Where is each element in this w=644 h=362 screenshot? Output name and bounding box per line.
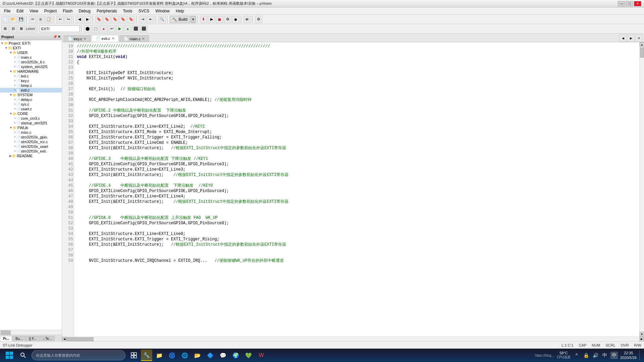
tb2-btn5[interactable]: ⬤ — [84, 25, 91, 33]
bookmark2-button[interactable]: 🔖 — [103, 16, 111, 23]
tree-led-c[interactable]: + 📄 led.c — [0, 74, 62, 78]
tree-rcc[interactable]: + 📄 stm32f10x_rcc.c — [0, 139, 62, 144]
menu-edit[interactable]: Edit — [14, 8, 26, 14]
tb2-btn6[interactable]: ⬚ — [92, 25, 99, 33]
menu-debug[interactable]: Debug — [76, 8, 93, 14]
menu-help[interactable]: Help — [173, 8, 187, 14]
tree-readme[interactable]: ▶ 📁 README — [0, 154, 62, 158]
tray-input-icon[interactable]: 中 — [611, 352, 618, 359]
hscroll-right-btn[interactable]: ▶ — [639, 337, 644, 342]
taskbar-app-edge[interactable]: 🔷 — [205, 350, 216, 361]
code-hscroll[interactable]: ◀ ▶ — [62, 337, 644, 341]
panel-tab-build[interactable]: Bu... — [12, 336, 25, 341]
panel-tab-functions[interactable]: {} F... — [26, 336, 40, 341]
tab-main-c-close[interactable]: ✕ — [142, 37, 145, 41]
bookmark5-button[interactable]: 🔖 — [127, 16, 135, 23]
pin-icon[interactable]: 📌 — [53, 35, 57, 39]
tb2-btn12[interactable]: ⬛ — [140, 25, 148, 33]
tree-key-c[interactable]: + 📄 key.c — [0, 78, 62, 83]
taskbar-app-uvision[interactable]: 🔧 — [141, 350, 152, 361]
tb2-btn2[interactable]: ⊟ — [9, 25, 17, 33]
tree-core-cm3[interactable]: + 📄 core_cm3.c — [0, 116, 62, 121]
bookmark-button[interactable]: 🔖 — [95, 16, 103, 23]
tray-speaker-icon[interactable]: 🔊 — [592, 352, 599, 359]
search-button[interactable]: 🔍 — [158, 16, 166, 23]
tb2-btn10[interactable]: ♠ — [124, 25, 131, 33]
paste-button[interactable]: 📋 — [45, 16, 52, 23]
panel-tab-templates[interactable]: ↓ Te... — [40, 336, 55, 341]
build-button[interactable]: 🔨 Build — [170, 16, 190, 23]
close-panel-icon[interactable]: ✕ — [58, 35, 60, 39]
tree-startup[interactable]: + 📄 startup_stm32f1 — [0, 121, 62, 125]
taskbar-search-button[interactable] — [17, 350, 29, 361]
taskbar-search-bar[interactable]: 在这里输入你要搜索的内容 — [32, 350, 125, 360]
nav-fwd-button[interactable]: ▶ — [84, 16, 91, 23]
menu-file[interactable]: File — [1, 8, 13, 14]
menu-tools[interactable]: Tools — [120, 8, 135, 14]
indent-button[interactable]: ⇥ — [139, 16, 146, 23]
view-button[interactable]: 👁 — [244, 16, 251, 23]
tray-network-icon[interactable]: 🔒 — [583, 352, 589, 359]
download-button[interactable]: ⬇ — [200, 16, 207, 23]
tray-battery-icon[interactable]: 中 — [601, 352, 608, 359]
debug-stop-button[interactable]: ⏹ — [216, 16, 223, 23]
taskbar-app-browser1[interactable]: 🌀 — [166, 350, 178, 361]
tb2-btn11[interactable]: ⬛ — [132, 25, 140, 33]
tb2-btn8[interactable]: ↩ — [108, 25, 115, 33]
tb2-btn7[interactable]: ● — [100, 25, 107, 33]
start-button[interactable] — [3, 349, 16, 361]
tab-key-c-close[interactable]: ✕ — [84, 37, 86, 41]
menu-project[interactable]: Project — [42, 8, 59, 14]
tree-stm32-it[interactable]: + 📄 stm32f10x_it.c — [0, 60, 62, 64]
tree-main-c[interactable]: + 📄 main.c — [0, 55, 62, 60]
tree-misc-c[interactable]: + 📄 misc.c — [0, 130, 62, 135]
taskbar-app-files[interactable]: 📂 — [192, 350, 203, 361]
hscroll-thumb[interactable] — [1, 330, 11, 335]
redo-button[interactable]: ↪ — [64, 16, 72, 23]
minimize-button[interactable]: — — [618, 1, 625, 6]
tree-sys-c[interactable]: + 📄 sys.c — [0, 102, 62, 107]
scroll-thumb[interactable] — [640, 48, 644, 58]
taskbar-app-explorer[interactable]: 📁 — [154, 350, 165, 361]
tab-exti-c-close[interactable]: ✕ — [112, 37, 114, 40]
tb2-btn1[interactable]: ⊞ — [1, 25, 9, 33]
tree-hardware[interactable]: ▼ 📁 HARDWARE — [0, 69, 62, 74]
tab-close-all[interactable]: ✕ — [635, 35, 643, 42]
tab-exti-c[interactable]: 📄 exti.c ✕ — [91, 35, 119, 42]
tree-system-folder[interactable]: ▼ 📁 SYSTEM — [0, 93, 62, 97]
taskbar-app-browser2[interactable]: 🌍 — [230, 350, 241, 361]
tab-scroll-left[interactable]: ◀ — [619, 35, 627, 42]
bookmark3-button[interactable]: 🔖 — [111, 16, 119, 23]
taskbar-app-qq[interactable]: 💬 — [217, 350, 229, 361]
code-content[interactable]: ////////////////////////////////////////… — [74, 42, 639, 337]
taskbar-app-wps[interactable]: W — [256, 350, 267, 361]
menu-flash[interactable]: Flash — [60, 8, 75, 14]
new-button[interactable]: 📄 — [1, 16, 9, 23]
tree-user[interactable]: ▼ 📁 USER — [0, 50, 62, 55]
debug2-button[interactable]: ⚙ — [224, 16, 231, 23]
tab-key-c[interactable]: 📄 key.c ✕ — [63, 35, 91, 42]
taskbar-multiview-button[interactable] — [128, 350, 140, 361]
tab-main-c[interactable]: 📄 main.c ✕ — [119, 35, 149, 42]
unindent-button[interactable]: ⇤ — [147, 16, 154, 23]
right-scrollbar[interactable]: ▲ ▼ — [639, 42, 644, 337]
tree-beep-c[interactable]: + 📄 beep.c — [0, 83, 62, 88]
show-desktop-btn[interactable] — [639, 350, 641, 360]
project-hscroll[interactable] — [0, 330, 62, 335]
tree-exti[interactable]: ▼ 📁 EXTI — [0, 46, 62, 50]
scroll-down-btn[interactable]: ▼ — [640, 332, 644, 337]
tab-scroll-right[interactable]: ▶ — [627, 35, 635, 42]
undo-button[interactable]: ↩ — [56, 16, 64, 23]
panel-tab-project[interactable]: Pr... — [0, 336, 12, 341]
taskbar-app-weixin[interactable]: 💚 — [243, 350, 254, 361]
scroll-track[interactable] — [640, 47, 644, 332]
cut-button[interactable]: ✂ — [29, 16, 36, 23]
tree-delay-c[interactable]: + 📄 delay.c — [0, 97, 62, 102]
tree-exti-fw[interactable]: + 📄 stm32f10x_exti. — [0, 149, 62, 154]
menu-peripherals[interactable]: Peripherals — [94, 8, 120, 14]
hscroll-left-btn[interactable]: ◀ — [62, 337, 67, 342]
debug-run-button[interactable]: ▶ — [208, 16, 215, 23]
tb2-btn9[interactable]: ▶ — [116, 25, 123, 33]
save-button[interactable]: 💾 — [17, 16, 25, 23]
tree-usart[interactable]: + 📄 stm32f10x_usart — [0, 144, 62, 149]
